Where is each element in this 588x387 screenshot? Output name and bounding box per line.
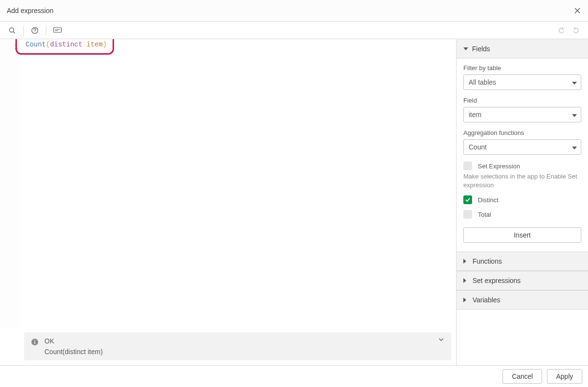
info-icon — [31, 338, 39, 346]
aggregation-value: Count — [469, 143, 487, 151]
toolbar-separator — [46, 26, 46, 35]
filter-by-table-select[interactable]: All tables — [463, 74, 581, 90]
distinct-checkbox[interactable] — [463, 195, 472, 204]
redo-icon — [572, 27, 580, 34]
caret-down-icon — [463, 47, 468, 50]
undo-button[interactable] — [555, 24, 568, 37]
chevron-down-icon — [438, 336, 445, 343]
main-area: 1 Count(distinct item) OK Count(distinct… — [0, 39, 588, 365]
distinct-label: Distinct — [478, 196, 499, 204]
total-checkbox[interactable] — [463, 210, 472, 219]
accordion-functions-label: Functions — [473, 257, 502, 265]
caret-down-icon — [572, 143, 577, 151]
set-expression-checkbox — [463, 162, 472, 170]
field-label: Field — [463, 97, 581, 104]
cancel-button[interactable]: Cancel — [502, 369, 542, 384]
token-field: item — [86, 41, 103, 48]
editor-wrap: 1 Count(distinct item) OK Count(distinct… — [0, 39, 457, 365]
caret-down-icon — [572, 111, 577, 119]
svg-rect-3 — [54, 28, 61, 32]
caret-right-icon — [463, 278, 469, 283]
accordion-variables[interactable]: Variables — [457, 290, 588, 310]
close-icon — [574, 7, 581, 15]
caret-right-icon — [463, 259, 469, 264]
svg-point-2 — [34, 31, 35, 32]
status-ok-label: OK — [44, 337, 445, 345]
caret-right-icon — [463, 298, 469, 302]
token-paren-close: ) — [103, 41, 107, 48]
total-label: Total — [478, 211, 491, 218]
distinct-row: Distinct — [463, 195, 581, 204]
field-select[interactable]: item — [463, 107, 581, 122]
set-expression-row: Set Expression — [463, 162, 581, 170]
status-body: OK Count(distinct item) — [44, 337, 445, 356]
accordion-functions[interactable]: Functions — [457, 252, 588, 271]
toolbar-separator — [23, 26, 24, 35]
expression-highlight: Count(distinct item) — [15, 39, 114, 55]
search-button[interactable] — [6, 24, 18, 37]
set-expression-help: Make selections in the app to Enable Set… — [463, 172, 581, 190]
token-keyword: distinct — [50, 41, 82, 48]
insert-button[interactable]: Insert — [463, 227, 581, 243]
dialog-footer: Cancel Apply — [0, 365, 588, 387]
accordion-set-expressions[interactable]: Set expressions — [457, 271, 588, 290]
svg-point-6 — [34, 340, 35, 341]
filter-value: All tables — [469, 78, 496, 86]
code-content[interactable]: Count(distinct item) — [21, 39, 456, 328]
filter-label: Filter by table — [463, 64, 581, 72]
field-value: item — [469, 111, 481, 119]
svg-rect-5 — [34, 342, 35, 344]
undo-icon — [558, 27, 565, 34]
set-expression-label: Set Expression — [478, 163, 520, 170]
dialog-header: Add expression — [0, 0, 588, 22]
apply-button[interactable]: Apply — [547, 369, 582, 384]
fields-body: Filter by table All tables Field item Ag… — [457, 59, 588, 252]
status-expression: Count(distinct item) — [44, 348, 445, 356]
total-row: Total — [463, 210, 581, 219]
aggregation-select[interactable]: Count — [463, 139, 581, 155]
close-button[interactable] — [574, 7, 581, 15]
help-icon — [31, 27, 39, 34]
search-icon — [8, 27, 16, 34]
comment-button[interactable] — [51, 24, 64, 37]
help-button[interactable] — [29, 24, 41, 37]
accordion-set-expressions-label: Set expressions — [473, 277, 521, 284]
aggregation-label: Aggregation functions — [463, 129, 581, 136]
status-bar[interactable]: OK Count(distinct item) — [24, 332, 451, 360]
accordion-variables-label: Variables — [473, 296, 500, 304]
comment-icon — [53, 27, 62, 34]
redo-button[interactable] — [570, 24, 582, 37]
side-panel: Fields Filter by table All tables Field … — [457, 39, 588, 365]
caret-down-icon — [572, 78, 577, 86]
editor-toolbar — [0, 22, 588, 39]
accordion-fields-label: Fields — [472, 45, 490, 53]
dialog-title: Add expression — [7, 7, 54, 15]
code-editor[interactable]: 1 Count(distinct item) — [0, 39, 456, 328]
svg-point-0 — [10, 28, 14, 32]
token-function: Count — [26, 41, 46, 48]
accordion-fields[interactable]: Fields — [457, 39, 588, 59]
line-gutter: 1 — [0, 39, 21, 328]
